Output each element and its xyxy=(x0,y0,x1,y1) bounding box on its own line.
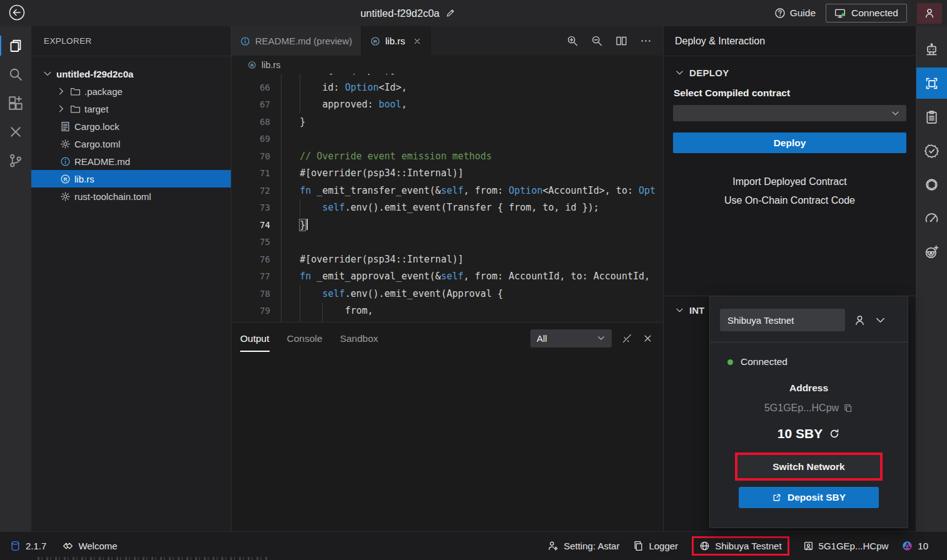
tree-root-untitled-f29d2c0a[interactable]: untitled-f29d2c0a xyxy=(31,65,231,82)
activity-right-deploy[interactable] xyxy=(916,68,947,99)
rename-pencil-icon[interactable] xyxy=(445,8,455,18)
chevron-down-icon[interactable] xyxy=(874,314,886,326)
activity-left-files[interactable] xyxy=(0,31,31,60)
tree-item-package[interactable]: .package xyxy=(31,82,231,100)
account-person-icon[interactable] xyxy=(854,314,866,326)
project-title-wrap: untitled-f29d2c0a xyxy=(0,8,816,19)
status-item-shibuya-testnet[interactable]: Shibuya Testnet xyxy=(692,536,789,556)
code-text: approved: bool, xyxy=(277,96,407,114)
activity-left-source-control[interactable] xyxy=(0,146,31,175)
back-button[interactable] xyxy=(6,2,28,24)
line-number: 77 xyxy=(231,268,270,286)
activity-left-extensions[interactable] xyxy=(0,89,31,118)
tree-item-cargo-lock[interactable]: Cargo.lock xyxy=(31,118,231,135)
line-number: 69 xyxy=(231,131,270,148)
code-token: Option xyxy=(509,185,542,196)
explorer-header: EXPLORER xyxy=(31,26,231,56)
panel-tab-console[interactable]: Console xyxy=(287,324,323,352)
code-line-75: 75 xyxy=(231,234,663,251)
import-deployed-contract-link[interactable]: Import Deployed Contract xyxy=(664,176,916,188)
compiled-contract-select[interactable] xyxy=(673,105,906,121)
code-token: self xyxy=(322,288,345,299)
deploy-section-label: DEPLOY xyxy=(689,68,729,78)
chevron-down-icon xyxy=(43,69,53,79)
tree-item-lib-rs[interactable]: Rlib.rs xyxy=(31,170,231,188)
code-text: id: Option<Id>, xyxy=(277,79,407,97)
status-item-label: 5G1GEp...HCpw xyxy=(819,541,889,551)
activity-right-clipboard[interactable] xyxy=(916,101,947,132)
refresh-balance-icon[interactable] xyxy=(829,428,840,439)
connected-button[interactable]: Connected xyxy=(826,4,907,22)
editor-group: README.md (preview)Rlib.rs R lib.rs 65 #… xyxy=(231,26,663,531)
activity-right-robot[interactable] xyxy=(916,34,947,65)
statusbar-left: 2.1.7Welcome xyxy=(10,541,118,551)
balance-row: 10 SBY xyxy=(720,426,898,441)
code-token: from, xyxy=(345,305,373,316)
code-editor[interactable]: 65 #[ink(topic)]66 id: Option<Id>,67 app… xyxy=(231,74,663,322)
status-item-2-1-7[interactable]: 2.1.7 xyxy=(10,541,46,551)
code-text: #[overrider(psp34::Internal)] xyxy=(277,165,463,182)
line-number: 72 xyxy=(231,182,270,200)
code-line-69: 69 xyxy=(231,131,663,148)
network-select[interactable]: Shibuya Testnet xyxy=(720,309,845,331)
guide-button[interactable]: Guide xyxy=(774,8,816,19)
close-icon[interactable] xyxy=(642,333,653,344)
activity-right-openai[interactable] xyxy=(916,169,947,200)
tree-item-target[interactable]: target xyxy=(31,100,231,118)
avatar-button[interactable] xyxy=(917,3,942,24)
log-filter-select[interactable]: All xyxy=(530,329,612,348)
rust-icon: R xyxy=(60,174,71,184)
status-item-logger[interactable]: Logger xyxy=(633,541,678,551)
status-item-10[interactable]: 10 xyxy=(902,541,928,551)
topbar-right: Guide Connected xyxy=(774,3,942,24)
status-item-welcome[interactable]: Welcome xyxy=(63,541,117,551)
activity-right-badge-check[interactable] xyxy=(916,135,947,166)
chevron-down-icon xyxy=(675,68,684,78)
code-token: #[overrider(psp34::Internal)] xyxy=(300,168,463,179)
zoom-in-icon[interactable] xyxy=(567,35,579,47)
code-token: fn xyxy=(300,185,311,196)
line-number: 66 xyxy=(231,79,270,97)
code-token: _emit_transfer_event(& xyxy=(311,185,441,196)
activity-left-search[interactable] xyxy=(0,60,31,89)
database-icon xyxy=(10,541,21,551)
tree-item-rust-toolchain-toml[interactable]: rust-toolchain.toml xyxy=(31,188,231,205)
use-onchain-contract-link[interactable]: Use On-Chain Contract Code xyxy=(664,195,916,206)
clear-icon[interactable] xyxy=(622,333,632,344)
split-editor-icon[interactable] xyxy=(615,35,627,47)
deploy-button[interactable]: Deploy xyxy=(673,132,906,153)
code-token: id: xyxy=(322,82,345,93)
switch-network-button[interactable]: Switch Network xyxy=(737,455,880,478)
code-line-67: 67 approved: bool, xyxy=(231,96,663,114)
tree-item-label: Cargo.lock xyxy=(74,121,119,132)
editor-tab-readme-md-preview[interactable]: README.md (preview) xyxy=(231,26,362,56)
code-token: self xyxy=(441,185,463,196)
code-text: fn _emit_transfer_event(&self, from: Opt… xyxy=(277,182,656,200)
robot-icon xyxy=(924,42,939,57)
deploy-icon xyxy=(924,76,939,91)
breadcrumb[interactable]: R lib.rs xyxy=(231,56,663,74)
indent-guide xyxy=(322,302,323,322)
code-line-77: 77 fn _emit_approval_event(&self, from: … xyxy=(231,268,663,286)
editor-tab-lib-rs[interactable]: Rlib.rs xyxy=(362,26,431,56)
activity-right-cool-face[interactable] xyxy=(916,236,947,268)
more-icon[interactable] xyxy=(640,35,652,47)
tree-item-cargo-toml[interactable]: Cargo.toml xyxy=(31,135,231,152)
activity-right-gauge[interactable] xyxy=(916,202,947,234)
wallet-network-row: Shibuya Testnet xyxy=(720,309,898,331)
status-item-setting-astar[interactable]: Setting: Astar xyxy=(548,541,619,551)
code-line-76: 76 #[overrider(psp34::Internal)] xyxy=(231,251,663,269)
code-lines: 65 #[ink(topic)]66 id: Option<Id>,67 app… xyxy=(231,74,663,320)
status-item-5g1gep-hcpw[interactable]: 5G1GEp...HCpw xyxy=(803,541,889,551)
zoom-out-icon[interactable] xyxy=(591,35,603,47)
code-line-65: 65 #[ink(topic)] xyxy=(231,74,663,79)
deploy-section-header[interactable]: DEPLOY xyxy=(675,68,916,78)
activity-left-collapse[interactable] xyxy=(0,118,31,146)
panel-tab-sandbox[interactable]: Sandbox xyxy=(340,324,378,352)
tree-item-readme-md[interactable]: README.md xyxy=(31,152,231,170)
panel-tab-output[interactable]: Output xyxy=(240,324,270,352)
close-tab-icon[interactable] xyxy=(413,37,422,46)
copy-address-icon[interactable] xyxy=(843,403,853,413)
deposit-sby-button[interactable]: Deposit SBY xyxy=(739,487,879,508)
breadcrumb-label: lib.rs xyxy=(261,60,281,70)
